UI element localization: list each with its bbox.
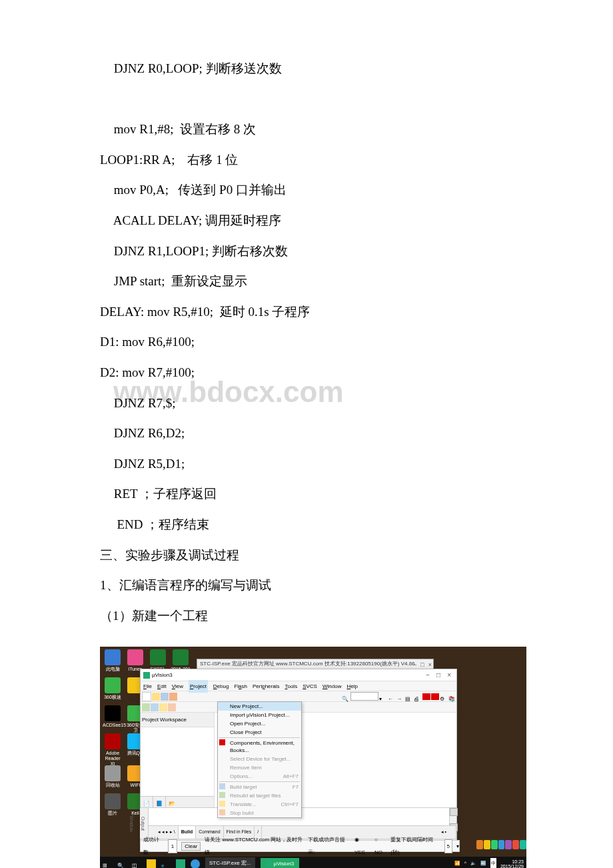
launcher-icon[interactable] [484,840,490,849]
minimize-icon[interactable]: − [413,660,416,669]
menu-item-import[interactable]: Import µVision1 Project... [218,711,301,719]
taskbar-app-uvision[interactable]: µVision3 [261,858,300,868]
stop-build-icon[interactable] [168,703,176,711]
count-label: 成功计数 [143,833,164,859]
substep-text: （1）新建一个工程 [100,601,513,631]
menu-help[interactable]: Help [346,680,357,693]
launcher-icon[interactable] [505,840,512,849]
scroll-up-icon[interactable] [450,808,458,816]
project-workspace-header: Project Workspace [141,713,214,727]
desktop-icon[interactable]: 图片 [103,793,123,816]
menu-item-select-device: Select Device for Target... [218,755,301,763]
open-icon[interactable] [152,693,160,701]
task-view-icon[interactable]: ◫ [132,859,141,868]
project-menu-popup[interactable]: New Project... Import µVision1 Project..… [217,701,302,818]
minimize-icon[interactable]: − [426,667,430,683]
windows-taskbar[interactable]: ⊞ 🔍 ◫ e STC-ISP.exe 宏... µVision3 📶 ^ 🔈 … [100,857,526,868]
code-line: END ；程序结束 [100,509,513,540]
clear-button[interactable]: Clear [181,842,201,851]
start-icon[interactable]: ⊞ [103,859,112,868]
menu-project[interactable]: Project [189,680,208,693]
menu-window[interactable]: Window [322,680,341,693]
launcher-icon[interactable] [498,840,505,849]
maximize-icon[interactable]: □ [436,667,440,683]
indent-icon[interactable]: ▤ [405,693,413,701]
tray-chevron-icon[interactable]: ^ [464,858,466,868]
menu-tools[interactable]: Tools [285,680,297,693]
code-line: DJNZ R5,D1; [100,449,513,479]
launcher-icon[interactable] [491,840,498,849]
new-file-icon[interactable] [142,692,151,701]
dropdown-icon[interactable]: ▾ [456,840,459,853]
edge-icon[interactable]: e [161,859,171,868]
close-icon[interactable]: × [447,667,451,683]
build-icon[interactable] [142,703,150,711]
radio-yes[interactable]: ◉ YES [354,833,370,859]
menu-edit[interactable]: Edit [157,680,167,693]
launcher-icon[interactable] [520,840,526,849]
uvision-menubar[interactable]: File Edit View Project Debug Flash Perip… [141,681,456,691]
find-icon[interactable]: 🔍 [342,693,350,701]
menu-svcs[interactable]: SVCS [303,680,317,693]
menu-flash[interactable]: Flash [234,680,247,693]
volume-icon[interactable]: 🔈 [470,858,476,868]
output-tab-build[interactable]: Build [179,826,197,839]
right-launcher-bar[interactable] [476,840,526,851]
stc-message: 请关注 www.STCMCU.com 网站，及时升级 [205,833,304,859]
desktop-icon[interactable]: 360极速 [103,677,123,700]
save-icon[interactable] [161,693,169,701]
code-line: DJNZ R6,D2; [100,418,513,449]
books-icon[interactable]: 📚 [448,693,456,701]
radio-no[interactable]: ○ NO [374,833,386,859]
menu-item-open-project[interactable]: Open Project... [218,719,301,728]
translate-icon[interactable] [159,703,167,711]
stc-isp-title: STC-ISP.exe 宏晶科技官方网址 www.STCMCU.com 技术支持… [200,661,415,667]
code-line: DJNZ R7,$; [100,388,513,419]
repeat-label: 重复下载间隔时间(秒) [390,833,440,859]
desktop-icon[interactable]: ACDSee15 [103,705,123,728]
print-icon[interactable]: 🖨 [414,693,422,701]
code-line: DELAY: mov R5,#10; 延时 0.1s 子程序 [100,297,513,327]
project-workspace-panel[interactable]: Project Workspace [141,713,215,807]
menu-view[interactable]: View [172,680,183,693]
ime-icon[interactable]: 🔤 [480,858,486,868]
rebuild-icon[interactable] [151,703,159,711]
launcher-icon[interactable] [476,840,483,849]
menu-item-new-project[interactable]: New Project... [218,702,301,711]
debug-icon[interactable] [422,693,430,700]
stc-status-row: 成功计数 1 Clear 请关注 www.STCMCU.com 网站，及时升级 … [140,840,460,852]
menu-file[interactable]: File [143,680,152,693]
options-icon[interactable]: ⚙ [440,693,448,701]
save-all-icon[interactable] [169,693,177,701]
nav-back-icon[interactable]: ← [388,693,396,701]
repeat-value[interactable]: 5 [444,839,452,853]
maximize-icon[interactable]: □ [420,660,424,669]
explorer-icon[interactable] [147,859,156,868]
app-icon[interactable] [191,859,200,868]
nav-fwd-icon[interactable]: → [396,693,404,701]
find-combo[interactable] [350,692,378,701]
system-tray[interactable]: 📶 ^ 🔈 🔤 中 10:23 2015/12/29 [454,858,526,868]
wifi-icon[interactable]: 📶 [454,858,460,868]
desktop-icon[interactable]: 回收站 [103,765,123,788]
desktop-icon[interactable]: Adobe Reader XI [103,733,123,766]
taskbar-app-stc[interactable]: STC-ISP.exe 宏... [205,857,255,868]
code-line: D2: mov R7,#100; [100,357,513,388]
code-line: DJNZ R1,LOOP1; 判断右移次数 [100,236,513,267]
menu-peripherals[interactable]: Peripherals [253,680,279,693]
menu-item-options: Options...Alt+F7 [218,772,301,781]
desktop-icon[interactable]: 此电脑 [103,649,123,672]
sound-hint-label: 下载成功声音提示: [308,833,350,859]
stc-isp-window-titlebar[interactable]: STC-ISP.exe 宏晶科技官方网址 www.STCMCU.com 技术支持… [197,659,434,669]
ime-text[interactable]: 中 [490,858,496,868]
uvision-toolbar-1[interactable]: 🔍 ▾ ← → ▤ 🖨 ⚙ 📚 [141,691,456,702]
search-icon[interactable]: 🔍 [117,859,127,868]
menu-item-close-project[interactable]: Close Project [218,728,301,737]
menu-debug[interactable]: Debug [213,680,229,693]
clock-date: 2015/12/29 [500,864,524,868]
keil-icon[interactable] [176,859,185,868]
debug2-icon[interactable] [431,693,439,700]
launcher-icon[interactable] [512,840,519,849]
menu-item-components[interactable]: Components, Environment, Books... [218,739,301,755]
bookmark-icon[interactable]: ▾ [379,693,387,701]
